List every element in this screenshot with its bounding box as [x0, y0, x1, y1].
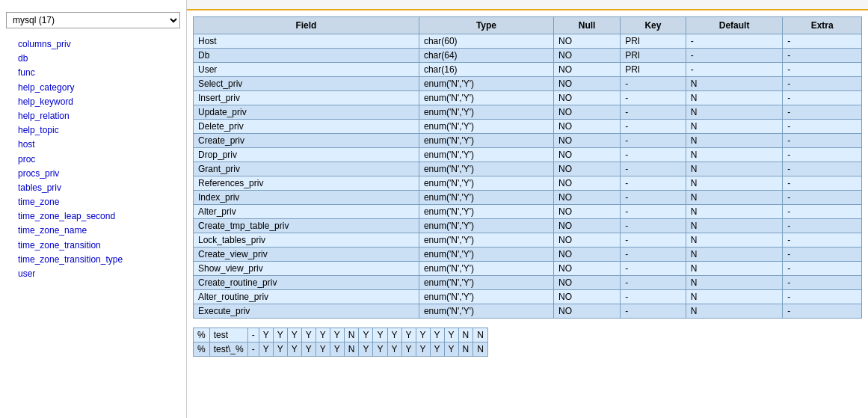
- bottom-table-cell: Y: [444, 328, 458, 342]
- table-cell: char(16): [419, 63, 553, 77]
- bottom-table-cell: Y: [273, 342, 287, 357]
- table-cell: -: [783, 205, 862, 219]
- sidebar-item-help_topic[interactable]: help_topic: [18, 123, 180, 138]
- bottom-table-cell: -: [247, 342, 259, 357]
- table-cell: NO: [554, 304, 621, 319]
- table-cell: NO: [554, 248, 621, 262]
- table-cell: -: [621, 205, 686, 219]
- table-row: Grant_privenum('N','Y')NO-N-: [194, 162, 862, 176]
- table-cell: Select_priv: [194, 77, 419, 91]
- sidebar-item-time_zone[interactable]: time_zone: [18, 195, 180, 209]
- table-cell: NO: [554, 49, 621, 63]
- sidebar-item-time_zone_transition[interactable]: time_zone_transition: [18, 239, 180, 253]
- sidebar-item-help_keyword[interactable]: help_keyword: [18, 95, 180, 109]
- table-cell: -: [621, 304, 686, 319]
- table-cell: Grant_priv: [194, 162, 419, 176]
- table-row: Alter_privenum('N','Y')NO-N-: [194, 205, 862, 219]
- table-cell: enum('N','Y'): [419, 219, 553, 233]
- table-cell: PRI: [621, 34, 686, 49]
- table-cell: Create_priv: [194, 134, 419, 148]
- bottom-table-cell: -: [247, 328, 259, 342]
- sidebar-item-time_zone_name[interactable]: time_zone_name: [18, 224, 180, 238]
- bottom-table-cell: Y: [330, 328, 344, 342]
- sidebar-item-procs_priv[interactable]: procs_priv: [18, 167, 180, 181]
- sidebar-item-help_category[interactable]: help_category: [18, 81, 180, 95]
- table-cell: -: [783, 276, 862, 290]
- table-cell: enum('N','Y'): [419, 304, 553, 319]
- sidebar-item-proc[interactable]: proc: [18, 153, 180, 167]
- bottom-table-cell: Y: [330, 342, 344, 357]
- table-cell: -: [783, 63, 862, 77]
- bottom-table-row: %test-YYYYYYNYYYYYYYNN: [194, 328, 488, 342]
- sidebar: mysql (17) columns_privdbfunchelp_catego…: [0, 0, 187, 418]
- table-cell: -: [783, 176, 862, 191]
- bottom-table-cell: Y: [416, 328, 430, 342]
- column-header-field: Field: [194, 17, 419, 34]
- table-row: Userchar(16)NOPRI--: [194, 63, 862, 77]
- table-cell: NO: [554, 262, 621, 276]
- table-cell: -: [621, 91, 686, 105]
- table-cell: -: [783, 191, 862, 205]
- bottom-table-cell: Y: [430, 342, 444, 357]
- sidebar-item-func[interactable]: func: [18, 66, 180, 80]
- table-cell: -: [783, 262, 862, 276]
- table-cell: enum('N','Y'): [419, 248, 553, 262]
- bottom-table-cell: Y: [401, 342, 416, 357]
- sidebar-item-time_zone_transition_type[interactable]: time_zone_transition_type: [18, 253, 180, 267]
- sidebar-item-time_zone_leap_second[interactable]: time_zone_leap_second: [18, 209, 180, 224]
- table-cell: N: [686, 162, 783, 176]
- bottom-table-cell: N: [344, 328, 359, 342]
- table-cell: NO: [554, 134, 621, 148]
- table-cell: N: [686, 191, 783, 205]
- table-cell: -: [783, 134, 862, 148]
- table-row: Create_view_privenum('N','Y')NO-N-: [194, 248, 862, 262]
- bottom-table-cell: Y: [373, 342, 387, 357]
- sidebar-item-db[interactable]: db: [18, 52, 180, 66]
- bottom-table-cell: Y: [416, 342, 430, 357]
- bottom-table-cell: test: [209, 328, 247, 342]
- bottom-table-cell: N: [473, 342, 488, 357]
- column-header-null: Null: [554, 17, 621, 34]
- database-select[interactable]: mysql (17): [6, 12, 180, 28]
- bottom-table: %test-YYYYYYNYYYYYYYNN%test\_%-YYYYYYNYY…: [193, 328, 488, 357]
- table-cell: N: [686, 105, 783, 120]
- table-cell: NO: [554, 162, 621, 176]
- table-cell: NO: [554, 34, 621, 49]
- table-cell: Lock_tables_priv: [194, 233, 419, 248]
- bottom-table-cell: Y: [316, 328, 330, 342]
- table-row: Delete_privenum('N','Y')NO-N-: [194, 120, 862, 134]
- sidebar-item-help_relation[interactable]: help_relation: [18, 109, 180, 123]
- sidebar-item-user[interactable]: user: [18, 267, 180, 281]
- table-cell: NO: [554, 290, 621, 304]
- table-cell: N: [686, 248, 783, 262]
- table-cell: -: [686, 63, 783, 77]
- sidebar-item-host[interactable]: host: [18, 138, 180, 152]
- table-cell: -: [783, 34, 862, 49]
- table-cell: N: [686, 304, 783, 319]
- table-cell: N: [686, 233, 783, 248]
- table-cell: N: [686, 276, 783, 290]
- table-cell: -: [783, 105, 862, 120]
- table-row: Execute_privenum('N','Y')NO-N-: [194, 304, 862, 319]
- table-cell: References_priv: [194, 176, 419, 191]
- table-row: Alter_routine_privenum('N','Y')NO-N-: [194, 290, 862, 304]
- table-cell: enum('N','Y'): [419, 105, 553, 120]
- table-cell: -: [783, 91, 862, 105]
- sidebar-item-columns_priv[interactable]: columns_priv: [18, 37, 180, 52]
- bottom-table-cell: Y: [301, 342, 316, 357]
- bottom-table-cell: Y: [359, 342, 373, 357]
- table-cell: NO: [554, 105, 621, 120]
- table-row: Update_privenum('N','Y')NO-N-: [194, 105, 862, 120]
- table-cell: -: [621, 219, 686, 233]
- table-cell: -: [621, 162, 686, 176]
- table-cell: enum('N','Y'): [419, 176, 553, 191]
- bottom-table-cell: Y: [301, 328, 316, 342]
- table-cell: Db: [194, 49, 419, 63]
- table-cell: -: [621, 233, 686, 248]
- column-header-default: Default: [686, 17, 783, 34]
- table-cell: enum('N','Y'): [419, 205, 553, 219]
- table-cell: NO: [554, 91, 621, 105]
- sidebar-item-tables_priv[interactable]: tables_priv: [18, 181, 180, 195]
- table-cell: enum('N','Y'): [419, 134, 553, 148]
- table-row: References_privenum('N','Y')NO-N-: [194, 176, 862, 191]
